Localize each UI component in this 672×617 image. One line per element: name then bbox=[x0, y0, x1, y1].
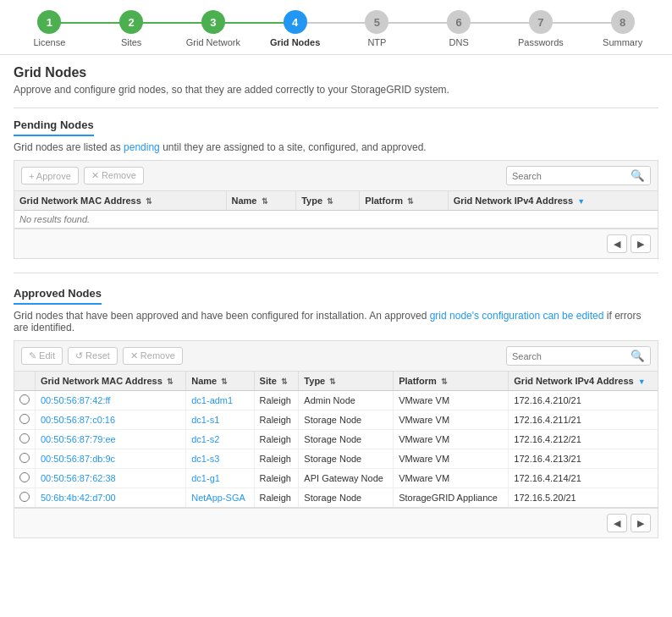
approved-col-ipv4[interactable]: Grid Network IPv4 Address ▼ bbox=[509, 372, 658, 391]
approved-table-nav: ◀ ▶ bbox=[14, 508, 658, 538]
approved-remove-button[interactable]: ✕ Remove bbox=[123, 347, 183, 365]
table-row[interactable]: 00:50:56:87:db:9c dc1-s3 Raleigh Storage… bbox=[14, 449, 658, 469]
wizard-step-3[interactable]: 3 Grid Network bbox=[173, 10, 255, 47]
row-name-1: dc1-s1 bbox=[186, 410, 254, 430]
pending-col-type[interactable]: Type ⇅ bbox=[296, 191, 360, 211]
sort-platform-approved: ⇅ bbox=[441, 377, 448, 386]
step-label-1: License bbox=[33, 37, 65, 47]
divider-pending bbox=[14, 107, 658, 108]
pending-col-mac[interactable]: Grid Network MAC Address ⇅ bbox=[14, 191, 226, 211]
row-radio-4[interactable] bbox=[14, 469, 36, 488]
row-type-0: Admin Node bbox=[299, 391, 394, 410]
page-content: Grid Nodes Approve and configure grid no… bbox=[0, 55, 672, 548]
row-type-5: Storage Node bbox=[299, 488, 394, 508]
table-row[interactable]: 00:50:56:87:79:ee dc1-s2 Raleigh Storage… bbox=[14, 430, 658, 449]
approved-table-body: 00:50:56:87:42:ff dc1-adm1 Raleigh Admin… bbox=[14, 391, 658, 508]
row-platform-1: VMware VM bbox=[394, 410, 509, 430]
step-label-8: Summary bbox=[603, 37, 642, 47]
sort-icon-name: ⇅ bbox=[262, 197, 268, 206]
wizard-step-4[interactable]: 4 Grid Nodes bbox=[254, 10, 336, 47]
pending-col-ipv4[interactable]: Grid Network IPv4 Address ▼ bbox=[448, 191, 658, 211]
row-mac-3: 00:50:56:87:db:9c bbox=[36, 449, 186, 469]
step-label-3: Grid Network bbox=[186, 37, 240, 47]
row-ipv4-0: 172.16.4.210/21 bbox=[509, 391, 658, 410]
row-type-4: API Gateway Node bbox=[299, 469, 394, 488]
pending-table-body: No results found. bbox=[14, 211, 658, 229]
row-ipv4-4: 172.16.4.214/21 bbox=[509, 469, 658, 488]
wizard-step-6: 6 DNS bbox=[418, 10, 500, 47]
wizard-step-2[interactable]: 2 Sites bbox=[91, 10, 173, 47]
row-platform-4: VMware VM bbox=[394, 469, 509, 488]
approved-edit-button[interactable]: ✎ Edit bbox=[21, 347, 63, 365]
row-mac-2: 00:50:56:87:79:ee bbox=[36, 430, 186, 449]
step-circle-1: 1 bbox=[37, 10, 61, 34]
approved-section-title: Approved Nodes bbox=[14, 287, 102, 305]
approved-search-input[interactable] bbox=[507, 349, 625, 364]
table-row[interactable]: 00:50:56:87:62:38 dc1-g1 Raleigh API Gat… bbox=[14, 469, 658, 488]
pending-table-header: Grid Network MAC Address ⇅ Name ⇅ Type ⇅… bbox=[14, 191, 658, 211]
row-site-4: Raleigh bbox=[254, 469, 299, 488]
row-radio-0[interactable] bbox=[14, 391, 36, 410]
row-radio-5[interactable] bbox=[14, 488, 36, 508]
approved-toolbar-left: ✎ Edit ↺ Reset ✕ Remove bbox=[21, 347, 183, 365]
sort-icon-ipv4: ▼ bbox=[577, 197, 585, 206]
pending-col-platform[interactable]: Platform ⇅ bbox=[360, 191, 448, 211]
row-name-3: dc1-s3 bbox=[186, 449, 254, 469]
row-ipv4-2: 172.16.4.212/21 bbox=[509, 430, 658, 449]
table-row[interactable]: 50:6b:4b:42:d7:00 NetApp-SGA Raleigh Sto… bbox=[14, 488, 658, 508]
approved-desc-link: grid node's configuration can be edited bbox=[430, 310, 604, 322]
pending-nav-next[interactable]: ▶ bbox=[631, 234, 651, 253]
pending-remove-button[interactable]: ✕ Remove bbox=[84, 167, 144, 185]
pending-no-results-row: No results found. bbox=[14, 211, 658, 229]
page-title: Grid Nodes bbox=[14, 65, 658, 80]
approved-reset-button[interactable]: ↺ Reset bbox=[68, 347, 118, 365]
pending-table-wrap: Grid Network MAC Address ⇅ Name ⇅ Type ⇅… bbox=[14, 190, 658, 229]
row-radio-1[interactable] bbox=[14, 410, 36, 430]
approved-col-site[interactable]: Site ⇅ bbox=[254, 372, 299, 391]
row-type-3: Storage Node bbox=[299, 449, 394, 469]
wizard-step-1[interactable]: 1 License bbox=[8, 10, 91, 47]
row-radio-3[interactable] bbox=[14, 449, 36, 469]
approved-table-header: Grid Network MAC Address ⇅ Name ⇅ Site ⇅… bbox=[14, 372, 658, 391]
row-name-2: dc1-s2 bbox=[186, 430, 254, 449]
row-site-5: Raleigh bbox=[254, 488, 299, 508]
table-row[interactable]: 00:50:56:87:42:ff dc1-adm1 Raleigh Admin… bbox=[14, 391, 658, 410]
approved-col-name[interactable]: Name ⇅ bbox=[186, 372, 254, 391]
page-description: Approve and configure grid nodes, so tha… bbox=[14, 84, 658, 96]
row-radio-2[interactable] bbox=[14, 430, 36, 449]
approved-nav-next[interactable]: ▶ bbox=[631, 514, 651, 532]
row-mac-1: 00:50:56:87:c0:16 bbox=[36, 410, 186, 430]
row-mac-5: 50:6b:4b:42:d7:00 bbox=[36, 488, 186, 508]
pending-toolbar-left: + Approve ✕ Remove bbox=[21, 167, 144, 185]
pending-nodes-section: Pending Nodes Grid nodes are listed as p… bbox=[14, 118, 658, 259]
step-circle-3: 3 bbox=[201, 10, 225, 34]
approved-table: Grid Network MAC Address ⇅ Name ⇅ Site ⇅… bbox=[14, 372, 658, 507]
pending-info-text: Grid nodes are listed as pending until t… bbox=[14, 141, 658, 153]
approved-nav-prev[interactable]: ◀ bbox=[607, 514, 627, 532]
row-mac-0: 00:50:56:87:42:ff bbox=[36, 391, 186, 410]
row-site-1: Raleigh bbox=[254, 410, 299, 430]
pending-table-nav: ◀ ▶ bbox=[14, 229, 658, 259]
row-mac-4: 00:50:56:87:62:38 bbox=[36, 469, 186, 488]
row-ipv4-1: 172.16.4.211/21 bbox=[509, 410, 658, 430]
pending-col-name[interactable]: Name ⇅ bbox=[226, 191, 296, 211]
pending-search-icon-button[interactable]: 🔍 bbox=[625, 167, 650, 185]
row-ipv4-5: 172.16.5.20/21 bbox=[509, 488, 658, 508]
pending-nav-prev[interactable]: ◀ bbox=[607, 234, 627, 253]
table-row[interactable]: 00:50:56:87:c0:16 dc1-s1 Raleigh Storage… bbox=[14, 410, 658, 430]
row-ipv4-3: 172.16.4.213/21 bbox=[509, 449, 658, 469]
pending-search-input[interactable] bbox=[507, 168, 625, 184]
approved-col-mac[interactable]: Grid Network MAC Address ⇅ bbox=[36, 372, 186, 391]
row-type-2: Storage Node bbox=[299, 430, 394, 449]
approved-col-platform[interactable]: Platform ⇅ bbox=[394, 372, 509, 391]
step-label-2: Sites bbox=[121, 37, 141, 47]
step-label-7: Passwords bbox=[518, 37, 564, 47]
step-circle-2: 2 bbox=[119, 10, 143, 34]
step-label-4: Grid Nodes bbox=[270, 37, 320, 47]
row-platform-2: VMware VM bbox=[394, 430, 509, 449]
row-platform-0: VMware VM bbox=[394, 391, 509, 410]
pending-approve-button[interactable]: + Approve bbox=[21, 167, 79, 185]
wizard-step-7: 7 Passwords bbox=[500, 10, 582, 47]
approved-search-icon-button[interactable]: 🔍 bbox=[625, 347, 650, 365]
approved-col-type[interactable]: Type ⇅ bbox=[299, 372, 394, 391]
